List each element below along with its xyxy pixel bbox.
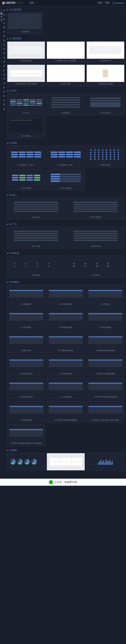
section-header-s04[interactable]: 04-按钮⌃ — [7, 140, 124, 146]
template-card[interactable]: 03-不同头部表格 — [47, 285, 85, 306]
template-card[interactable]: 1_类型模版 — [7, 12, 42, 34]
thumbnail[interactable] — [7, 94, 45, 111]
side-tab-3[interactable]: 控件 — [0, 16, 3, 19]
template-card[interactable]: 19-带序号 勾选框 图片 操作的刷表 — [86, 401, 124, 422]
template-card[interactable]: 01-表面自适应 — [7, 41, 45, 63]
thumbnail[interactable] — [47, 285, 84, 302]
template-card[interactable]: 05-寻常表格 — [7, 308, 45, 330]
material-tab-5[interactable]: 素材 — [3, 27, 6, 32]
template-card[interactable]: 18-带序号 勾选框 操作带刷表 — [47, 401, 85, 422]
material-tab-9[interactable]: 素材 — [3, 45, 6, 49]
template-card[interactable]: 10-带标签 带操作的表格 — [86, 331, 124, 353]
thumbnail[interactable] — [87, 453, 124, 470]
section-header-s02[interactable]: 02-看理系统⌃ — [7, 36, 124, 41]
material-tab-13[interactable]: 素材 — [3, 62, 6, 66]
thumbnail[interactable] — [47, 453, 84, 470]
section-header-s06[interactable]: 06-下拉⌃ — [7, 222, 124, 227]
thumbnail[interactable] — [87, 94, 124, 111]
template-card[interactable]: 15-小间距刷表 — [47, 378, 85, 399]
material-tab-3[interactable]: 素材 — [3, 19, 6, 23]
material-tab-10[interactable]: 图标 — [3, 49, 6, 53]
thumbnail[interactable] — [87, 378, 124, 395]
thumbnail[interactable] — [47, 378, 84, 395]
material-tab-16[interactable]: 图标 — [3, 75, 6, 79]
template-card[interactable]: 02-单选框 — [7, 256, 65, 278]
template-card[interactable]: 02-文字 — [7, 94, 45, 115]
material-tab-1[interactable]: 素材 — [3, 10, 6, 15]
thumbnail[interactable] — [87, 65, 124, 82]
new-button[interactable]: 新建 — [29, 1, 34, 5]
template-card[interactable]: 03-输入框组件 — [67, 198, 124, 220]
thumbnail[interactable] — [87, 401, 124, 418]
template-card[interactable]: 03-仪表盘卡片 — [86, 41, 124, 63]
thumbnail[interactable] — [67, 256, 124, 273]
material-tab-8[interactable]: 图标 — [3, 40, 6, 45]
thumbnail[interactable] — [87, 308, 124, 325]
thumbnail[interactable] — [7, 285, 45, 302]
thumbnail[interactable] — [7, 256, 65, 273]
template-card[interactable]: 06-互斥按钮板 — [47, 169, 85, 191]
favorites-link[interactable]: 收藏 — [98, 1, 102, 5]
template-card[interactable] — [86, 453, 124, 471]
thumbnail[interactable] — [7, 453, 45, 470]
template-card[interactable]: 02-表面自适应_布点击面板 — [47, 41, 85, 63]
thumbnail[interactable] — [67, 198, 124, 215]
thumbnail[interactable] — [47, 308, 84, 325]
material-tab-19[interactable]: 素材 — [3, 87, 6, 92]
template-card[interactable]: 16-带序号 勾选框 操作的刷表 — [86, 378, 124, 399]
thumbnail[interactable] — [7, 13, 42, 30]
thumbnail[interactable] — [87, 285, 124, 302]
thumbnail[interactable] — [47, 169, 84, 186]
material-tab-23[interactable]: 素材 — [3, 105, 6, 109]
thumbnail[interactable] — [87, 331, 124, 349]
thumbnail[interactable]: // code preview\nfunction init(){\n retu… — [7, 117, 45, 134]
template-card[interactable]: 08-图片表格 — [7, 331, 45, 353]
material-tab-20[interactable]: 图标 — [3, 92, 6, 96]
thumbnail[interactable] — [47, 146, 84, 163]
thumbnail[interactable] — [7, 146, 45, 163]
material-tab-12[interactable]: 图标 — [3, 57, 6, 62]
material-tab-4[interactable]: 图标 — [3, 23, 6, 27]
template-card[interactable]: 04-图片按钮 — [86, 146, 124, 167]
material-tab-22[interactable]: 图标 — [3, 100, 6, 105]
thumbnail[interactable] — [87, 146, 124, 163]
template-card[interactable]: 17-带图片刷表 — [7, 401, 45, 422]
material-tab-21[interactable]: 素材 — [3, 96, 6, 100]
template-card[interactable]: 13-带序号 勾选框的刷表 — [86, 354, 124, 376]
side-tab-1[interactable]: 模版 — [0, 9, 3, 13]
template-card[interactable]: // code preview\nfunction init(){\n retu… — [7, 117, 45, 138]
template-card[interactable]: 09-寻操作符的表格 — [47, 331, 85, 353]
help-link[interactable]: 帮助 — [105, 1, 110, 5]
thumbnail[interactable] — [67, 227, 124, 244]
material-tab-7[interactable]: 素材 — [3, 36, 6, 40]
template-card[interactable]: 04-文本框显示 — [86, 94, 124, 115]
material-tab-2[interactable]: 模版 — [3, 15, 6, 19]
thumbnail[interactable] — [7, 355, 45, 372]
material-tab-11[interactable]: 素材 — [3, 53, 6, 57]
section-header-s07[interactable]: 07-单多选⌃ — [7, 251, 124, 256]
thumbnail[interactable] — [7, 227, 65, 244]
material-tab-6[interactable]: 图标 — [3, 32, 6, 36]
template-card[interactable]: 03-时间日期 — [67, 227, 124, 249]
template-card[interactable]: 12-带序号的刷表 — [47, 354, 85, 376]
template-card[interactable] — [47, 453, 85, 471]
template-card[interactable]: 07-带勾选表格 — [86, 308, 124, 330]
template-card[interactable]: 02-输入框 — [7, 198, 65, 220]
thumbnail[interactable] — [87, 42, 124, 59]
material-tab-18[interactable]: 图标 — [3, 83, 6, 87]
template-card[interactable]: 14-带操作的刷表 — [7, 378, 45, 399]
template-card[interactable]: 03-常规按钮（Antv） — [47, 146, 85, 167]
section-header-s01[interactable]: 01-大屏看板⌃ — [7, 7, 124, 12]
thumbnail[interactable] — [7, 378, 45, 395]
template-card[interactable] — [7, 453, 45, 471]
thumbnail[interactable] — [87, 355, 124, 372]
thumbnail[interactable] — [7, 401, 45, 418]
thumbnail[interactable] — [7, 65, 45, 82]
template-card[interactable]: 06-拖动拉宽小面板 — [86, 65, 124, 86]
thumbnail[interactable] — [47, 331, 84, 349]
material-tab-14[interactable]: 图标 — [3, 66, 6, 70]
template-card[interactable]: 11-基础可选刷表 — [7, 354, 45, 376]
side-tab-2[interactable]: 示例 — [0, 13, 3, 16]
section-header-s08[interactable]: 08-样表格⌃ — [7, 280, 124, 285]
thumbnail[interactable] — [47, 42, 84, 59]
